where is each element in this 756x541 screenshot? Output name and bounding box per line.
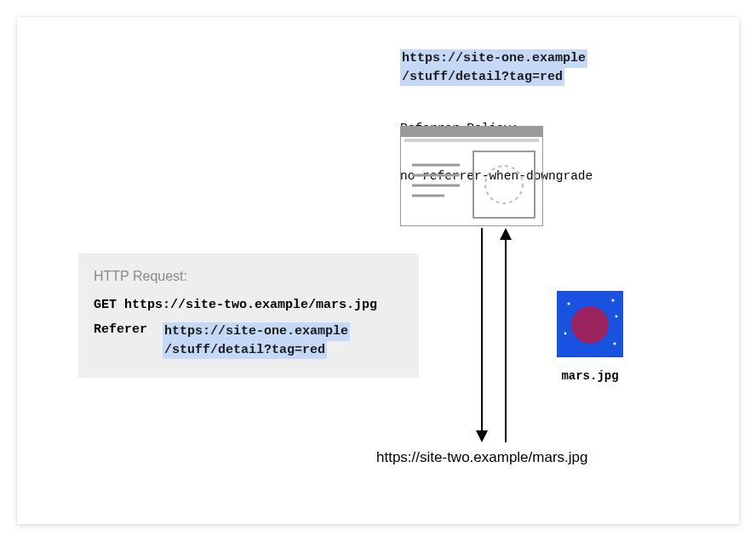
referer-url-line2: /stuff/detail?tag=red <box>163 341 327 360</box>
svg-point-15 <box>613 342 616 345</box>
referer-url-block: https://site-one.example /stuff/detail?t… <box>163 322 350 359</box>
svg-rect-7 <box>473 151 535 218</box>
svg-point-13 <box>616 316 618 318</box>
http-request-title: HTTP Request: <box>94 269 404 284</box>
request-response-arrows <box>468 228 519 446</box>
referer-label: Referer <box>94 322 147 337</box>
http-referer-line: Referer https://site-one.example /stuff/… <box>94 322 404 359</box>
svg-rect-1 <box>404 139 539 142</box>
source-url-block: https://site-one.example /stuff/detail?t… <box>400 49 587 86</box>
svg-rect-0 <box>400 126 543 136</box>
browser-window-icon <box>400 126 543 230</box>
svg-point-14 <box>564 333 567 335</box>
svg-point-10 <box>571 306 609 344</box>
http-get-line: GET https://site-two.example/mars.jpg <box>94 298 404 312</box>
source-url-line2: /stuff/detail?tag=red <box>400 68 564 87</box>
mars-icon <box>557 291 623 357</box>
svg-point-12 <box>611 299 614 301</box>
svg-rect-2 <box>400 136 543 226</box>
svg-point-8 <box>485 166 523 203</box>
svg-point-11 <box>567 302 570 305</box>
target-url: https://site-two.example/mars.jpg <box>376 449 587 466</box>
source-url-line1: https://site-one.example <box>400 49 587 68</box>
referer-url-line1: https://site-one.example <box>163 322 350 341</box>
mars-image-tile: mars.jpg <box>557 291 623 383</box>
mars-label: mars.jpg <box>557 369 623 383</box>
diagram-canvas: https://site-one.example /stuff/detail?t… <box>17 17 739 524</box>
svg-marker-19 <box>500 228 512 240</box>
http-request-box: HTTP Request: GET https://site-two.examp… <box>78 253 419 378</box>
svg-marker-17 <box>476 430 488 442</box>
